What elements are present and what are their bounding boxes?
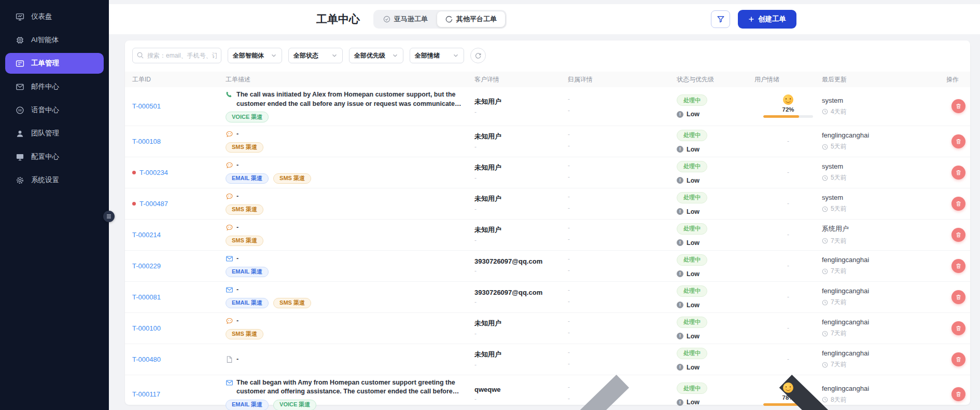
ticket-id-cell: T-000081 <box>132 293 226 301</box>
mail-icon <box>226 286 233 294</box>
ticket-id-link[interactable]: T-000100 <box>132 324 161 332</box>
status-badge: 处理中 <box>677 192 707 203</box>
sidebar: 仪表盘AI智能体工单管理邮件中心语音中心团队管理配置中心系统设置 <box>0 0 109 410</box>
create-ticket-button[interactable]: 创建工单 <box>738 10 796 29</box>
owner-cell: - - <box>568 254 677 278</box>
mail-icon <box>226 255 233 263</box>
chevron-down-icon <box>453 52 459 59</box>
delete-button[interactable] <box>951 134 965 148</box>
customer-sub: - <box>474 206 568 213</box>
customer-cell: 3930726097@qq.com - <box>474 289 568 306</box>
ticket-desc-cell: The call began with Amy from Homepan cus… <box>226 378 474 410</box>
tab-amazon[interactable]: 亚马逊工单 <box>375 11 436 27</box>
check-circle-icon <box>383 16 390 23</box>
owner-line2: - <box>568 204 677 212</box>
channel-tag-email: EMAIL 渠道 <box>226 400 269 410</box>
customer-name: 未知用户 <box>474 319 568 328</box>
table-row: T-000501 The call was initiated by Alex … <box>125 87 970 126</box>
updated-by: system <box>822 194 946 201</box>
filter-bar: 全部智能体全部状态全部优先级全部情绪 <box>125 40 970 63</box>
filter-dropdown-emotion[interactable]: 全部情绪 <box>410 48 464 63</box>
delete-button[interactable] <box>951 290 965 304</box>
action-cell <box>946 352 970 366</box>
action-cell <box>946 387 970 401</box>
channel-tags: VOICE 渠道 <box>226 112 462 122</box>
priority-label: Low <box>687 333 699 340</box>
table-row: T-000234 - EMAIL 渠道SMS 渠道 未知用户 - - - 处理中… <box>125 157 970 188</box>
ticket-desc-cell: The call was initiated by Alex from Home… <box>226 90 474 122</box>
priority-label: Low <box>687 111 699 118</box>
updated-cell: system 5天前 <box>822 162 946 182</box>
tab-label: 其他平台工单 <box>456 15 497 24</box>
delete-button[interactable] <box>951 99 965 113</box>
ticket-id-link[interactable]: T-000081 <box>132 293 161 301</box>
ticket-id-link[interactable]: T-000229 <box>132 262 161 270</box>
filter-dropdown-status[interactable]: 全部状态 <box>288 48 343 63</box>
ticket-id-link[interactable]: T-000108 <box>132 138 161 145</box>
table-header: 工单ID工单描述客户详情归属详情状态与优先级用户情绪最后更新操作 <box>125 72 970 87</box>
delete-button[interactable] <box>951 387 965 401</box>
action-cell <box>946 197 970 211</box>
updated-cell: 系统用户 7天前 <box>822 224 946 245</box>
ticket-desc-cell: - EMAIL 渠道SMS 渠道 <box>226 285 474 308</box>
sidebar-item-label: 邮件中心 <box>31 82 59 91</box>
sidebar-item-label: 团队管理 <box>31 129 59 138</box>
filter-button[interactable] <box>711 10 730 28</box>
ticket-id-link[interactable]: T-000234 <box>139 169 168 176</box>
refresh-button[interactable] <box>470 48 486 63</box>
customer-name: 3930726097@qq.com <box>474 289 568 296</box>
customer-cell: 3930726097@qq.com - <box>474 257 568 275</box>
filter-dropdown-agent[interactable]: 全部智能体 <box>228 48 282 63</box>
ticket-id-link[interactable]: T-000117 <box>132 390 160 398</box>
delete-button[interactable] <box>951 352 965 366</box>
emotion-cell: - <box>754 293 822 300</box>
owner-line1: - <box>568 131 677 138</box>
ticket-id-link[interactable]: T-000480 <box>132 356 161 363</box>
sidebar-item-dashboard[interactable]: 仪表盘 <box>5 6 104 27</box>
sidebar-item-settings[interactable]: 系统设置 <box>5 170 104 190</box>
customer-sub: - <box>474 108 568 116</box>
ticket-id-link[interactable]: T-000487 <box>139 200 168 208</box>
ticket-id-cell: T-000480 <box>132 356 226 363</box>
customer-sub: - <box>474 174 568 182</box>
priority-icon: ! <box>677 333 683 339</box>
next-page-button[interactable] <box>729 349 889 410</box>
sidebar-item-mail[interactable]: 邮件中心 <box>5 76 104 97</box>
sidebar-item-label: AI智能体 <box>31 35 59 45</box>
delete-button[interactable] <box>951 228 965 242</box>
unread-dot <box>132 202 136 206</box>
delete-button[interactable] <box>951 259 965 273</box>
table-row: T-000487 - SMS 渠道 未知用户 - - - 处理中 ! Low -… <box>125 188 970 220</box>
ticket-id-link[interactable]: T-000214 <box>132 231 161 239</box>
chat-icon <box>226 130 233 138</box>
sidebar-item-ai-agent[interactable]: AI智能体 <box>5 30 104 50</box>
owner-line2: - <box>568 142 677 149</box>
filter-dropdown-priority[interactable]: 全部优先级 <box>349 48 403 63</box>
delete-button[interactable] <box>951 166 965 180</box>
sidebar-collapse-button[interactable] <box>103 211 115 222</box>
sidebar-item-tickets[interactable]: 工单管理 <box>5 53 104 74</box>
prev-page-button[interactable] <box>520 349 679 410</box>
tab-other[interactable]: 其他平台工单 <box>437 11 505 27</box>
search-input[interactable] <box>132 48 221 63</box>
sidebar-item-voice[interactable]: 语音中心 <box>5 100 104 120</box>
owner-line1: - <box>568 95 677 103</box>
column-header: 操作 <box>946 75 970 84</box>
trash-icon <box>955 325 962 332</box>
ticket-id-cell: T-000234 <box>132 169 226 176</box>
trash-icon <box>955 231 962 238</box>
delete-button[interactable] <box>951 197 965 211</box>
owner-line2: - <box>568 236 677 243</box>
ticket-description: - <box>236 285 239 295</box>
table-row: T-000229 - EMAIL 渠道 3930726097@qq.com - … <box>125 251 970 282</box>
sidebar-item-config[interactable]: 配置中心 <box>5 146 104 167</box>
customer-cell: 未知用户 - <box>474 163 568 182</box>
updated-cell: system 4天前 <box>822 97 946 116</box>
delete-button[interactable] <box>951 321 965 335</box>
mail-nav-icon <box>16 83 24 91</box>
sidebar-item-team[interactable]: 团队管理 <box>5 123 104 144</box>
emotion-emoji <box>783 382 793 393</box>
trash-icon <box>955 391 962 398</box>
ai-agent-icon <box>16 36 24 45</box>
ticket-id-link[interactable]: T-000501 <box>132 102 161 110</box>
